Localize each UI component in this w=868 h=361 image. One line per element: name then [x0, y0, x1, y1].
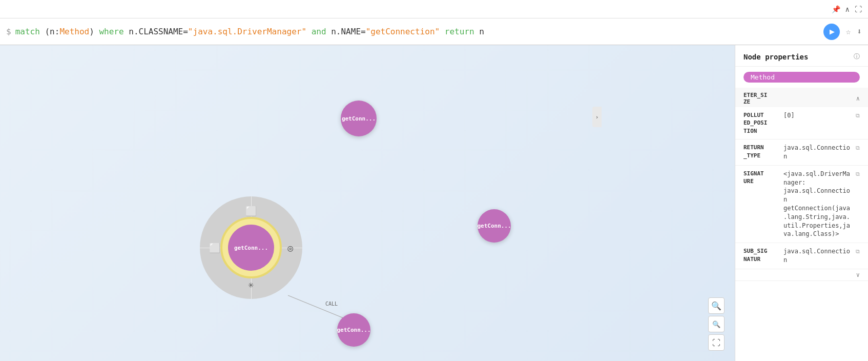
fit-graph-button[interactable]: ⛶: [708, 334, 725, 351]
query-text[interactable]: match (n:Method) where n.CLASSNAME="java…: [15, 27, 823, 36]
eter-size-collapse[interactable]: ∧: [856, 95, 860, 102]
zoom-in-icon: 🔍: [711, 301, 721, 311]
node-right[interactable]: getConn...: [478, 209, 511, 243]
prop-copy-signature[interactable]: ⧉: [856, 171, 860, 177]
node-bottom-label: getConn...: [337, 327, 370, 333]
prop-copy-sub-sig[interactable]: ⧉: [856, 248, 860, 255]
query-bar: $ match (n:Method) where n.CLASSNAME="ja…: [0, 18, 868, 45]
prop-signature: SIGNATURE <java.sql.DriverManager: java.…: [735, 166, 868, 243]
query-open-paren: (: [45, 27, 50, 36]
node-label-badge[interactable]: Method: [743, 72, 860, 83]
line-number: $: [6, 27, 11, 36]
query-where: where: [99, 27, 129, 36]
prop-val-return-type: java.sql.Connection: [783, 144, 852, 161]
zoom-controls: 🔍 🔍 ⛶: [708, 297, 725, 351]
download-icon[interactable]: ⬇: [857, 27, 862, 36]
prop-polluted-position: POLLUTED_POSITION [0] ⧉: [735, 107, 868, 139]
central-node[interactable]: getConn...: [228, 225, 274, 271]
prop-sub-signature: SUB_SIGNATUR java.sql.Connection ⧉: [735, 243, 868, 269]
prop-copy-return-type[interactable]: ⧉: [856, 145, 860, 151]
edge-call-label: CALL: [325, 301, 338, 307]
panel-title: Node properties: [743, 53, 808, 61]
prop-key-sub-sig: SUB_SIGNATUR: [743, 247, 779, 263]
central-node-wrapper[interactable]: ⬜ ◎ ✳ ⬜ getConn...: [200, 196, 302, 299]
query-node-label: Method: [59, 27, 89, 36]
expand-icon[interactable]: ⛶: [855, 5, 862, 13]
ring-icon-left[interactable]: ⬜: [209, 243, 220, 253]
edges-svg: CALL: [0, 45, 735, 361]
prop-val-signature: <java.sql.DriverManager: java.sql.Connec…: [783, 170, 852, 238]
prop-val-sub-sig: java.sql.Connection: [783, 247, 852, 265]
zoom-in-button[interactable]: 🔍: [708, 297, 725, 314]
bottom-collapse-arrow[interactable]: ∨: [856, 271, 860, 278]
node-bottom[interactable]: getConn...: [337, 313, 370, 347]
prop-key-eter-size: ETER_SIZE: [743, 92, 767, 105]
node-top-label: getConn...: [342, 115, 376, 122]
query-node-var: n: [50, 27, 55, 36]
zoom-out-icon: 🔍: [712, 320, 720, 328]
node-top[interactable]: getConn...: [341, 101, 377, 136]
toolbar: 📌 ∧ ⛶: [0, 0, 868, 18]
prop-copy-polluted[interactable]: ⧉: [856, 112, 860, 119]
keyword-match: match: [15, 27, 40, 36]
panel-header: Node properties ⓘ: [735, 45, 868, 67]
prop-val-polluted: [0]: [783, 111, 852, 120]
ring-icon-bottom[interactable]: ✳: [249, 279, 254, 290]
right-panel: Node properties ⓘ Method ETER_SIZE ∧ POL…: [735, 45, 868, 361]
node-right-label: getConn...: [477, 223, 511, 229]
property-list: ETER_SIZE ∧ POLLUTED_POSITION [0] ⧉ RETU…: [735, 88, 868, 361]
fit-icon: ⛶: [712, 338, 720, 348]
panel-info-icon[interactable]: ⓘ: [854, 52, 860, 61]
zoom-out-button[interactable]: 🔍: [708, 316, 725, 332]
pin-icon[interactable]: 📌: [832, 5, 840, 13]
main-area: CALL getConn... getConn... getConn... ⬜ …: [0, 45, 868, 361]
star-icon[interactable]: ☆: [846, 27, 851, 36]
ring-icon-top[interactable]: ⬜: [245, 206, 257, 216]
run-button[interactable]: [823, 24, 840, 40]
prop-key-return-type: RETURN_TYPE: [743, 144, 779, 159]
central-node-label: getConn...: [234, 245, 268, 251]
prop-key-polluted: POLLUTED_POSITION: [743, 111, 779, 135]
up-icon[interactable]: ∧: [845, 5, 850, 13]
panel-toggle[interactable]: ›: [592, 107, 602, 127]
graph-canvas[interactable]: CALL getConn... getConn... getConn... ⬜ …: [0, 45, 735, 361]
query-actions: ☆ ⬇: [823, 24, 862, 40]
ring-icon-right[interactable]: ◎: [287, 243, 293, 253]
central-inner-ring: getConn...: [220, 217, 282, 278]
svg-line-0: [288, 295, 349, 320]
prop-header-eter-size: ETER_SIZE ∧: [735, 88, 868, 107]
prop-key-signature: SIGNATURE: [743, 170, 779, 186]
prop-return-type: RETURN_TYPE java.sql.Connection ⧉: [735, 139, 868, 166]
